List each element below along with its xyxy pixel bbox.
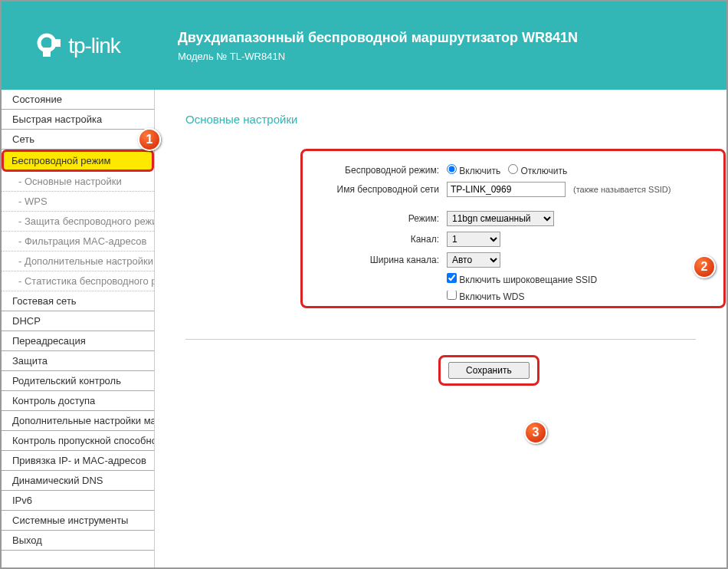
wireless-enable-radio[interactable]: Включить xyxy=(447,164,500,176)
sidebar-item-0[interactable]: Состояние xyxy=(2,90,154,110)
width-label: Ширина канала: xyxy=(316,255,447,265)
ssid-broadcast-checkbox[interactable]: Включить широковещание SSID xyxy=(447,273,597,285)
sidebar-item-3[interactable]: Беспроводной режим xyxy=(2,150,154,172)
brand-name: tp-link xyxy=(68,34,120,58)
annotation-badge-1: 1 xyxy=(138,128,161,151)
channel-select[interactable]: 1 xyxy=(447,232,500,247)
divider xyxy=(185,339,696,340)
sidebar-item-22[interactable]: Выход xyxy=(2,531,154,551)
sidebar-item-18[interactable]: Привязка IP- и MAC-адресов xyxy=(2,451,154,471)
sidebar-item-21[interactable]: Системные инструменты xyxy=(2,511,154,531)
sidebar-item-1[interactable]: Быстрая настройка xyxy=(2,110,154,130)
sidebar-item-10[interactable]: Гостевая сеть xyxy=(2,291,154,311)
page-title: Двухдиапазонный беспроводной маршрутизат… xyxy=(178,30,578,46)
sidebar-item-4[interactable]: - Основные настройки xyxy=(2,172,154,192)
ssid-input[interactable] xyxy=(447,182,566,197)
width-select[interactable]: Авто xyxy=(447,252,500,268)
sidebar: СостояниеБыстрая настройкаСетьБеспроводн… xyxy=(2,90,155,567)
sidebar-item-13[interactable]: Защита xyxy=(2,351,154,371)
wireless-disable-radio[interactable]: Отключить xyxy=(508,164,567,176)
mode-select[interactable]: 11bgn смешанный xyxy=(447,211,554,226)
sidebar-item-17[interactable]: Контроль пропускной способности xyxy=(2,431,154,451)
sidebar-item-16[interactable]: Дополнительные настройки маршрутизации xyxy=(2,411,154,431)
svg-rect-2 xyxy=(51,39,61,47)
annotation-badge-3: 3 xyxy=(524,421,547,444)
mode-label: Режим: xyxy=(316,213,447,224)
sidebar-item-8[interactable]: - Дополнительные настройки xyxy=(2,252,154,271)
ssid-hint: (также называется SSID) xyxy=(573,185,671,194)
sidebar-item-19[interactable]: Динамический DNS xyxy=(2,471,154,491)
header-title-block: Двухдиапазонный беспроводной маршрутизат… xyxy=(155,30,578,62)
sidebar-item-2[interactable]: Сеть xyxy=(2,130,154,150)
channel-label: Канал: xyxy=(316,234,447,245)
sidebar-item-6[interactable]: - Защита беспроводного режима xyxy=(2,212,154,232)
sidebar-item-11[interactable]: DHCP xyxy=(2,311,154,331)
ssid-label: Имя беспроводной сети xyxy=(316,184,447,195)
settings-panel: Беспроводной режим: Включить Отключить И… xyxy=(300,149,726,308)
sidebar-item-20[interactable]: IPv6 xyxy=(2,491,154,511)
section-title: Основные настройки xyxy=(185,113,696,126)
sidebar-item-15[interactable]: Контроль доступа xyxy=(2,391,154,411)
sidebar-item-12[interactable]: Переадресация xyxy=(2,331,154,351)
sidebar-item-14[interactable]: Родительский контроль xyxy=(2,371,154,391)
wds-checkbox[interactable]: Включить WDS xyxy=(447,291,525,301)
content-area: Основные настройки Беспроводной режим: В… xyxy=(155,90,726,567)
save-button[interactable]: Сохранить xyxy=(448,362,530,379)
header: tp-link Двухдиапазонный беспроводной мар… xyxy=(2,2,726,90)
sidebar-item-5[interactable]: - WPS xyxy=(2,192,154,212)
brand-logo: tp-link xyxy=(2,32,155,60)
save-highlight: Сохранить xyxy=(438,355,539,386)
tplink-icon xyxy=(36,32,64,60)
annotation-badge-2: 2 xyxy=(693,255,716,278)
svg-rect-1 xyxy=(43,48,51,57)
sidebar-item-9[interactable]: - Статистика беспроводного режима xyxy=(2,271,154,291)
sidebar-item-7[interactable]: - Фильтрация MAC-адресов xyxy=(2,232,154,252)
wireless-mode-label: Беспроводной режим: xyxy=(316,165,447,176)
model-label: Модель № TL-WR841N xyxy=(178,51,578,62)
